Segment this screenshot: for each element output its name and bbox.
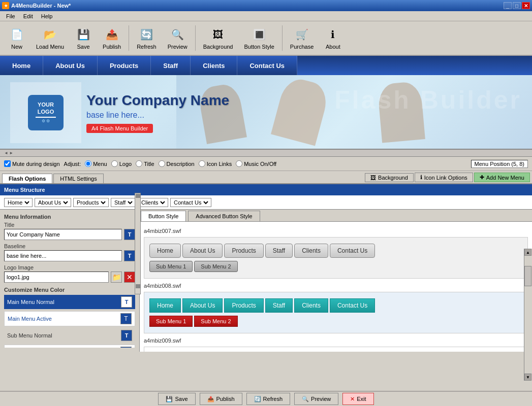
toolbar-refresh-button[interactable]: 🔄 Refresh	[132, 24, 161, 52]
logo-browse-button[interactable]: 📁	[111, 272, 122, 283]
toolbar-publish-button[interactable]: 📤 Publish	[98, 24, 126, 52]
preview-icon: 🔍	[169, 26, 185, 43]
ruler: ◄ ►	[0, 150, 532, 157]
toolbar-buttonstyle-label: Button Style	[244, 44, 274, 50]
menu-item-staff[interactable]: Staff	[111, 198, 136, 207]
toolbar-about-button[interactable]: ℹ About	[320, 24, 346, 52]
sub-active-edit-button[interactable]: T	[120, 347, 132, 348]
preview-banner: Flash Builder YOURLOGO ⚙ ⚙ Your Company …	[0, 75, 532, 150]
toolbar-preview-button[interactable]: 🔍 Preview	[163, 24, 192, 52]
title-edit-button[interactable]: T	[124, 229, 135, 240]
add-menu-icon: ✚	[480, 174, 484, 181]
menu-item-home-select[interactable]: Home	[6, 199, 31, 206]
style1-contact[interactable]: Contact Us	[330, 244, 375, 258]
style1-sub1[interactable]: Sub Menu 1	[149, 261, 193, 272]
main-active-edit-button[interactable]: T	[120, 313, 132, 324]
toolbar-buttonstyle-button[interactable]: 🔳 Button Style	[240, 24, 279, 52]
menu-edit[interactable]: Edit	[19, 12, 37, 20]
preview-nav-contact[interactable]: Contact Us	[237, 56, 297, 75]
style2-products[interactable]: Products	[224, 298, 263, 313]
preview-nav-products[interactable]: Products	[98, 56, 151, 75]
menu-file[interactable]: File	[2, 12, 19, 20]
logo-delete-button[interactable]: ✕	[124, 272, 135, 283]
menu-structure-label: Menu Structure	[4, 187, 45, 193]
mute-checkbox[interactable]	[4, 160, 11, 167]
background-button[interactable]: 🖼 Background	[365, 173, 414, 182]
style1-aboutus[interactable]: About Us	[182, 244, 223, 258]
style2-nav: Home About Us Products Staff Clients Con…	[149, 298, 522, 313]
preview-nav: Home About Us Products Staff Clients Con…	[0, 56, 532, 75]
style2-clients[interactable]: Clients	[294, 298, 328, 313]
toolbar-purchase-button[interactable]: 🛒 Purchase	[286, 24, 318, 52]
menu-item-home[interactable]: Home	[4, 198, 33, 207]
sub-normal-edit-button[interactable]: T	[121, 330, 132, 341]
baseline-input[interactable]	[4, 250, 122, 261]
adjust-description-radio[interactable]	[159, 160, 165, 167]
style1-products[interactable]: Products	[224, 244, 263, 258]
right-scrollbar[interactable]: ▲ ▼	[524, 249, 532, 352]
menu-item-products[interactable]: Products	[73, 198, 109, 207]
style1-clients[interactable]: Clients	[294, 244, 328, 258]
style1-sub2[interactable]: Sub Menu 2	[194, 261, 237, 272]
adjust-menu-label[interactable]: Menu	[85, 160, 107, 167]
tab-html-settings[interactable]: HTML Settings	[53, 174, 103, 183]
adjust-description-label[interactable]: Description	[159, 160, 195, 167]
mute-checkbox-label[interactable]: Mute during design	[4, 160, 60, 167]
adjust-title-label[interactable]: Title	[136, 160, 154, 167]
add-new-menu-button[interactable]: ✚ Add New Menu	[474, 173, 530, 182]
preview-nav-staff[interactable]: Staff	[151, 56, 191, 75]
tab-button-style[interactable]: Button Style	[141, 211, 186, 221]
adjust-iconlinks-radio[interactable]	[199, 160, 205, 167]
toolbar-save-label: Save	[77, 44, 90, 50]
style2-aboutus[interactable]: About Us	[182, 298, 223, 313]
adjust-title-radio[interactable]	[136, 160, 142, 167]
toolbar-new-button[interactable]: 📄 New	[4, 24, 29, 52]
adjust-logo-label[interactable]: Logo	[111, 160, 132, 167]
refresh-icon: 🔄	[138, 26, 154, 43]
preview-nav-aboutus[interactable]: About Us	[43, 56, 98, 75]
toolbar-save-button[interactable]: 💾 Save	[71, 24, 96, 52]
toolbar-background-button[interactable]: 🖼 Background	[199, 24, 238, 52]
style1-staff[interactable]: Staff	[265, 244, 293, 258]
style2-sub1[interactable]: Sub Menu 1	[149, 316, 193, 327]
background-btn-label: Background	[378, 175, 408, 181]
adjust-menu-radio[interactable]	[85, 160, 91, 167]
menu-item-contact[interactable]: Contact Us	[170, 198, 211, 207]
preview-nav-home[interactable]: Home	[0, 56, 43, 75]
minimize-button[interactable]: _	[504, 2, 512, 9]
style2-contact[interactable]: Contact Us	[330, 298, 375, 313]
preview-nav-clients[interactable]: Clients	[191, 56, 237, 75]
style2-preview: Home About Us Products Staff Clients Con…	[144, 292, 528, 333]
adjust-music-label[interactable]: Music On/Off	[236, 160, 276, 167]
maximize-button[interactable]: □	[513, 2, 521, 9]
menu-item-clients[interactable]: Clients	[138, 198, 168, 207]
adjust-music-radio[interactable]	[236, 160, 242, 167]
settings-bar: Mute during design Adjust: Menu Logo Tit…	[0, 157, 532, 171]
style1-home[interactable]: Home	[149, 244, 181, 258]
menu-help[interactable]: Help	[37, 12, 57, 20]
menu-item-aboutus[interactable]: About Us	[35, 198, 71, 207]
purchase-icon: 🛒	[294, 26, 310, 43]
menu-item-staff-select[interactable]: Staff	[112, 199, 134, 206]
icon-link-options-button[interactable]: ℹ Icon Link Options	[415, 173, 473, 182]
adjust-iconlinks-label[interactable]: Icon Links	[199, 160, 232, 167]
tab-flash-options[interactable]: Flash Options	[2, 174, 52, 183]
logo-input[interactable]	[4, 272, 109, 283]
menu-item-aboutus-select[interactable]: About Us	[36, 199, 70, 206]
tab-advanced-button-style[interactable]: Advanced Button Style	[188, 211, 260, 221]
title-input[interactable]	[4, 229, 122, 240]
close-button[interactable]: ✕	[522, 2, 530, 9]
menu-item-contact-select[interactable]: Contact Us	[172, 199, 210, 206]
background-btn-icon: 🖼	[370, 175, 376, 181]
menu-item-clients-select[interactable]: Clients	[139, 199, 167, 206]
main-normal-edit-button[interactable]: T	[121, 296, 132, 308]
baseline-edit-button[interactable]: T	[124, 250, 135, 261]
adjust-logo-radio[interactable]	[111, 160, 118, 167]
banner-bg-text: Flash Builder	[334, 85, 532, 115]
style2-home[interactable]: Home	[149, 298, 181, 313]
menu-item-products-select[interactable]: Products	[75, 199, 107, 206]
toolbar-load-button[interactable]: 📂 Load Menu	[32, 24, 69, 52]
style2-sub2[interactable]: Sub Menu 2	[194, 316, 237, 327]
toolbar-refresh-label: Refresh	[137, 44, 157, 50]
style2-staff[interactable]: Staff	[265, 298, 293, 313]
